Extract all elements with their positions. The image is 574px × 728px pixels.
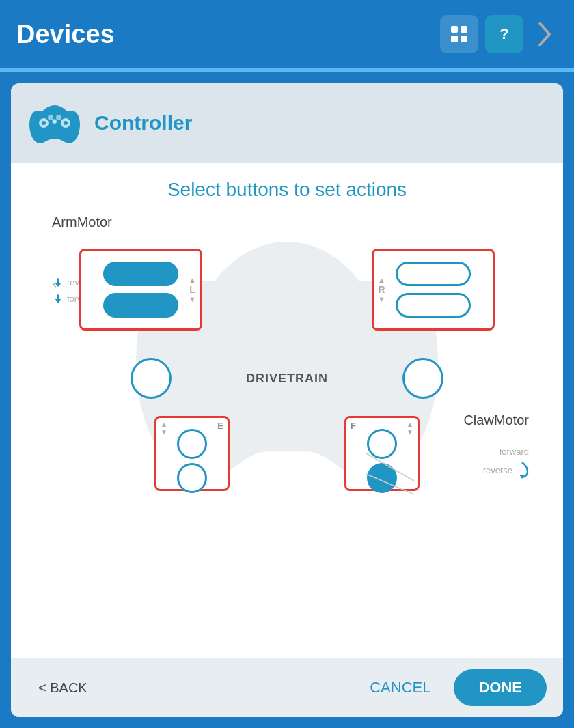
back-button[interactable]: < BACK [27, 673, 98, 703]
e-circle-bottom [177, 463, 207, 493]
grid-icon-button[interactable] [440, 15, 478, 53]
e-circle-top [177, 429, 207, 459]
svg-point-8 [64, 121, 68, 125]
e-label: E [217, 421, 223, 431]
f-label: F [351, 421, 356, 431]
circle-right-bumper[interactable] [402, 358, 443, 399]
svg-rect-3 [461, 36, 467, 42]
f-box-circles [367, 429, 397, 493]
controller-header: Controller [11, 83, 563, 163]
page-title: Devices [16, 20, 440, 49]
svg-text:?: ? [500, 25, 508, 42]
right-stick-upper-pill [396, 262, 471, 286]
svg-rect-0 [451, 26, 458, 33]
header-separator [0, 68, 574, 72]
reverse-arrow-icon [52, 276, 64, 288]
chevron-right-button[interactable] [530, 15, 558, 53]
f-updown: ▲ ▼ [407, 421, 413, 436]
done-button[interactable]: DONE [454, 669, 547, 706]
cancel-button[interactable]: CANCEL [353, 671, 447, 705]
svg-rect-12 [53, 119, 56, 124]
diagram-area: ArmMotor reverse forward [31, 214, 543, 645]
controller-label: Controller [94, 111, 192, 135]
svg-rect-1 [461, 26, 467, 33]
left-stick-lower-pill [103, 293, 178, 318]
controller-icon-wrap [27, 96, 82, 150]
left-stick-label: L [189, 284, 195, 295]
claw-forward-label: forward [500, 447, 529, 457]
claw-reverse-label: reverse [483, 465, 512, 475]
left-stick-upper-pill [103, 262, 178, 286]
right-stick-label: R [378, 284, 385, 295]
f-circle-bottom-solid [367, 463, 397, 493]
right-stick-box[interactable]: ▲ R ▼ [372, 249, 495, 331]
header: Devices ? [0, 0, 574, 68]
grid-icon [448, 23, 470, 45]
e-box-circles [177, 429, 207, 493]
r-label-area: ▲ R ▼ [378, 276, 385, 303]
svg-rect-2 [451, 36, 458, 42]
header-icons: ? [440, 15, 558, 53]
help-icon-button[interactable]: ? [485, 15, 523, 53]
svg-point-10 [56, 115, 62, 120]
chevron-right-icon [536, 20, 552, 48]
controller-icon [28, 98, 81, 148]
section-title: Select buttons to set actions [167, 179, 407, 201]
arm-motor-label: ArmMotor [52, 214, 112, 230]
claw-arrow-icon [515, 461, 529, 479]
claw-arrows: forward reverse [483, 447, 529, 479]
f-circle-top [367, 429, 397, 459]
e-updown: ▲ ▼ [161, 421, 167, 436]
l-label-area: ▲ L ▼ [189, 276, 196, 303]
svg-point-9 [48, 115, 53, 120]
claw-motor-label: ClawMotor [463, 412, 529, 428]
svg-point-7 [42, 121, 46, 125]
footer: < BACK CANCEL DONE [11, 658, 563, 717]
left-stick-box[interactable]: ▲ L ▼ [79, 249, 202, 331]
circle-left-bumper[interactable] [131, 358, 172, 399]
help-icon: ? [493, 23, 515, 45]
bottom-right-f-box[interactable]: F ▲ ▼ [344, 416, 420, 491]
right-stick-lower-pill [396, 293, 471, 318]
bottom-left-e-box[interactable]: E ▲ ▼ [154, 416, 230, 491]
main-card: Controller Select buttons to set actions… [11, 83, 563, 717]
drivetrain-label: DRIVETRAIN [246, 372, 328, 386]
content-area: Select buttons to set actions ArmMotor r… [11, 163, 563, 658]
forward-arrow-icon [52, 292, 64, 305]
